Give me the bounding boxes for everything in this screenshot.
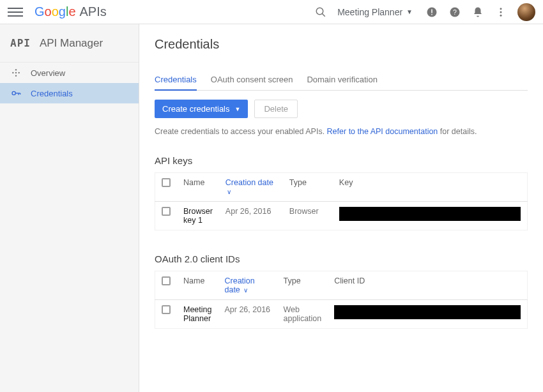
sidebar-item-label: Credentials	[31, 89, 73, 98]
oauth-client-date: Apr 26, 2016	[218, 300, 277, 329]
page-title: Credentials	[155, 37, 528, 52]
svg-line-1	[322, 13, 325, 17]
col-name: Name	[177, 173, 219, 202]
col-type: Type	[277, 271, 328, 300]
sort-icon: ∨	[227, 188, 231, 195]
more-icon[interactable]	[491, 2, 511, 22]
create-credentials-label: Create credentials	[162, 104, 230, 114]
svg-point-7	[500, 8, 502, 10]
svg-point-0	[316, 8, 323, 15]
svg-text:?: ?	[453, 8, 457, 15]
oauth-table: Name Creation date ∨ Type Client ID Meet…	[155, 271, 528, 329]
col-creation-date[interactable]: Creation date ∨	[218, 271, 277, 300]
sidebar-item-label: Overview	[31, 68, 65, 78]
col-key: Key	[333, 173, 528, 202]
oauth-client-name: Meeting Planner	[177, 300, 218, 329]
hamburger-menu-icon[interactable]	[8, 4, 23, 20]
notifications-icon[interactable]	[468, 2, 488, 22]
action-row: Create credentials ▼ Delete	[155, 100, 528, 118]
svg-point-12	[15, 75, 17, 77]
hint-text: Create credentials to access your enable…	[155, 127, 528, 136]
api-keys-table: Name Creation date ∨ Type Key Browser ke…	[155, 172, 528, 230]
tabs: Credentials OAuth consent screen Domain …	[155, 70, 528, 91]
google-apis-logo[interactable]: Google APIs	[34, 4, 107, 19]
svg-point-9	[500, 14, 502, 16]
sidebar-item-overview[interactable]: Overview	[0, 63, 139, 83]
api-keys-section-title: API keys	[155, 155, 528, 166]
help-icon[interactable]: ?	[445, 2, 465, 22]
logo-suffix: APIs	[80, 4, 107, 19]
oauth-client-id-redacted	[334, 305, 521, 319]
select-all-checkbox[interactable]	[162, 178, 171, 187]
svg-point-15	[12, 91, 15, 94]
sidebar: API API Manager Overview Credentials	[0, 24, 139, 392]
row-checkbox[interactable]	[162, 207, 171, 216]
sidebar-title: API Manager	[40, 37, 103, 50]
col-client-id: Client ID	[328, 271, 527, 300]
alert-icon[interactable]	[422, 2, 442, 22]
hint-prefix: Create credentials to access your enable…	[155, 127, 327, 136]
api-documentation-link[interactable]: Refer to the API documentation	[327, 127, 438, 136]
chevron-down-icon: ▼	[235, 106, 241, 112]
svg-rect-3	[431, 9, 432, 13]
select-all-checkbox[interactable]	[162, 276, 171, 285]
svg-point-14	[19, 72, 20, 73]
col-type: Type	[283, 173, 333, 202]
svg-point-10	[15, 72, 17, 73]
api-icon: API	[10, 37, 31, 49]
row-checkbox[interactable]	[162, 305, 171, 314]
svg-point-11	[15, 69, 17, 70]
overview-icon	[10, 67, 22, 79]
svg-rect-4	[431, 14, 432, 15]
tab-domain-verification[interactable]: Domain verification	[307, 70, 378, 91]
key-icon	[10, 87, 22, 99]
project-selector[interactable]: Meeting Planner ▼	[331, 7, 419, 17]
api-key-date: Apr 26, 2016	[219, 202, 283, 230]
sidebar-header: API API Manager	[0, 24, 139, 63]
project-name: Meeting Planner	[337, 7, 402, 17]
tab-oauth-consent[interactable]: OAuth consent screen	[211, 70, 293, 91]
api-key-name: Browser key 1	[177, 202, 219, 230]
col-creation-date-label: Creation date	[226, 178, 273, 187]
col-creation-date[interactable]: Creation date ∨	[219, 173, 283, 202]
svg-point-13	[12, 72, 13, 73]
oauth-client-type: Web application	[277, 300, 328, 329]
tab-credentials[interactable]: Credentials	[155, 70, 197, 91]
svg-point-8	[500, 11, 502, 13]
api-key-value-redacted	[339, 207, 521, 221]
sidebar-item-credentials[interactable]: Credentials	[0, 83, 139, 103]
table-row[interactable]: Meeting Planner Apr 26, 2016 Web applica…	[155, 300, 528, 329]
create-credentials-button[interactable]: Create credentials ▼	[155, 100, 248, 118]
col-name: Name	[177, 271, 218, 300]
chevron-down-icon: ▼	[406, 8, 413, 15]
main-content: Credentials Credentials OAuth consent sc…	[139, 24, 543, 392]
topbar: Google APIs Meeting Planner ▼ ?	[0, 0, 543, 24]
oauth-section-title: OAuth 2.0 client IDs	[155, 253, 528, 264]
api-key-type: Browser	[283, 202, 333, 230]
table-row[interactable]: Browser key 1 Apr 26, 2016 Browser	[155, 202, 528, 230]
avatar[interactable]	[517, 3, 535, 21]
delete-button[interactable]: Delete	[254, 100, 298, 118]
hint-suffix: for details.	[438, 127, 477, 136]
col-creation-date-label: Creation date	[224, 276, 254, 294]
sort-icon: ∨	[243, 287, 248, 294]
search-icon[interactable]	[310, 2, 331, 22]
